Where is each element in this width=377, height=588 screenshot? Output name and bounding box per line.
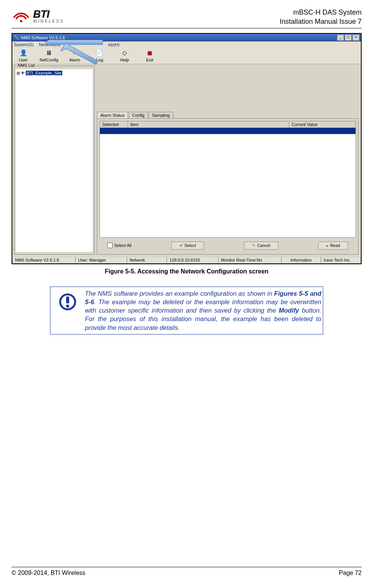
statusbar: NMS Software V2.6.1.6 User: Manager Netw… bbox=[12, 256, 361, 263]
col-selected[interactable]: Selected bbox=[100, 121, 128, 128]
nms-list-label: NMS List bbox=[17, 63, 36, 68]
read-button[interactable]: ▸ Read bbox=[318, 242, 348, 250]
header-right: mBSC-H DAS System Installation Manual Is… bbox=[280, 8, 362, 27]
svg-point-6 bbox=[66, 305, 69, 308]
tabs: Alarm Status Config Sampling bbox=[97, 112, 359, 118]
col-item[interactable]: Item bbox=[128, 121, 289, 128]
copyright: © 2009-2014, BTI Wireless bbox=[12, 570, 85, 576]
main-area: NMS List ⊞ 👁 BTI_Example_Site Alarm Stat… bbox=[12, 64, 361, 256]
menubar: System(S) Network(N) elp(H) bbox=[12, 41, 361, 48]
expand-icon[interactable]: ⊞ bbox=[17, 71, 20, 76]
help-icon: ◇ bbox=[121, 49, 128, 57]
status-ip: 128.0.0.15:8192 bbox=[167, 257, 218, 263]
tree-item[interactable]: ⊞ 👁 BTI_Example_Site bbox=[17, 71, 92, 76]
toolbar-netconfig[interactable]: 🖥 NetConfig bbox=[40, 49, 58, 62]
modify-reference: Modify bbox=[279, 307, 299, 314]
status-monitor: Monitor Real-Time:No bbox=[218, 257, 281, 263]
table-row[interactable] bbox=[100, 128, 355, 134]
toolbar: 👤 User 🖥 NetConfig ★ Alarm 📄 Log ◇ Help … bbox=[12, 48, 361, 64]
tab-content: Selected Item Current Value Select All bbox=[97, 118, 359, 255]
toolbar-alarm[interactable]: ★ Alarm bbox=[66, 49, 83, 62]
tab-sampling[interactable]: Sampling bbox=[149, 112, 173, 118]
page-label: Page bbox=[339, 570, 353, 576]
note-text: The NMS software provides an example con… bbox=[85, 287, 323, 334]
status-app: NMS Software V2.6.1.6 bbox=[12, 257, 75, 263]
logo-subtext: WIRELESS bbox=[33, 19, 64, 23]
checkbox-icon[interactable] bbox=[107, 243, 113, 248]
user-icon: 👤 bbox=[20, 49, 27, 57]
manual-issue: Installation Manual Issue 7 bbox=[280, 17, 362, 26]
figure-caption: Figure 5-5. Accessing the Network Config… bbox=[12, 268, 362, 275]
tree-view[interactable]: ⊞ 👁 BTI_Example_Site bbox=[16, 69, 93, 252]
menu-help[interactable]: elp(H) bbox=[108, 42, 120, 47]
read-icon: ▸ bbox=[326, 243, 329, 248]
alert-icon bbox=[58, 292, 77, 311]
toolbar-log[interactable]: 📄 Log bbox=[91, 49, 108, 62]
window-title: NMS Software V2.6.1.6 bbox=[21, 35, 65, 40]
svg-rect-5 bbox=[66, 296, 69, 303]
wifi-icon bbox=[12, 8, 31, 24]
svg-point-0 bbox=[20, 20, 22, 22]
cancel-icon: ✎ bbox=[252, 243, 256, 248]
close-button[interactable]: × bbox=[352, 35, 359, 41]
app-icon: 🔧 bbox=[14, 35, 19, 40]
cancel-button[interactable]: ✎ Cancel bbox=[244, 242, 278, 250]
status-company: Iravo Tech Inc bbox=[321, 257, 361, 263]
document-footer: © 2009-2014, BTI Wireless Page 72 bbox=[12, 567, 362, 576]
menu-system[interactable]: System(S) bbox=[14, 42, 33, 47]
window-controls: _ □ × bbox=[337, 35, 359, 41]
check-icon: ✔ bbox=[179, 243, 183, 248]
exit-icon: ◼ bbox=[146, 49, 153, 57]
alarm-icon: ★ bbox=[71, 49, 78, 57]
app-screenshot: 🔧 NMS Software V2.6.1.6 _ □ × System(S) … bbox=[12, 33, 362, 264]
status-network: Network bbox=[127, 257, 167, 263]
tab-alarm-status[interactable]: Alarm Status bbox=[97, 112, 128, 118]
status-user: User: Manager bbox=[75, 257, 127, 263]
site-icon: 👁 bbox=[21, 71, 25, 75]
log-icon: 📄 bbox=[96, 49, 103, 57]
system-name: mBSC-H DAS System bbox=[280, 8, 362, 17]
page-number: 72 bbox=[355, 570, 362, 576]
select-button[interactable]: ✔ Select bbox=[171, 242, 204, 250]
minimize-button[interactable]: _ bbox=[337, 35, 344, 41]
right-panel: Alarm Status Config Sampling Selected It… bbox=[97, 66, 359, 255]
tab-config[interactable]: Config bbox=[129, 112, 148, 118]
maximize-button[interactable]: □ bbox=[345, 35, 352, 41]
toolbar-user[interactable]: 👤 User bbox=[15, 49, 32, 62]
logo: BTI WIRELESS bbox=[12, 8, 64, 24]
table-header: Selected Item Current Value bbox=[100, 121, 356, 128]
bottom-button-row: Select All ✔ Select ✎ Cancel ▸ Read bbox=[100, 238, 356, 252]
status-info: Information bbox=[281, 257, 321, 263]
select-all-checkbox[interactable]: Select All bbox=[107, 243, 131, 248]
document-header: BTI WIRELESS mBSC-H DAS System Installat… bbox=[12, 8, 362, 28]
toolbar-help[interactable]: ◇ Help bbox=[116, 49, 133, 62]
note-block: The NMS software provides an example con… bbox=[50, 287, 323, 335]
col-current-value[interactable]: Current Value bbox=[289, 121, 355, 128]
toolbar-exit[interactable]: ◼ Exit bbox=[141, 49, 158, 62]
menu-network[interactable]: Network(N) bbox=[39, 42, 60, 47]
netconfig-icon: 🖥 bbox=[45, 49, 53, 57]
nms-list-panel: NMS List ⊞ 👁 BTI_Example_Site bbox=[14, 66, 95, 255]
table-body[interactable] bbox=[100, 128, 356, 238]
titlebar: 🔧 NMS Software V2.6.1.6 _ □ × bbox=[12, 34, 361, 41]
tree-item-label: BTI_Example_Site bbox=[26, 71, 62, 75]
